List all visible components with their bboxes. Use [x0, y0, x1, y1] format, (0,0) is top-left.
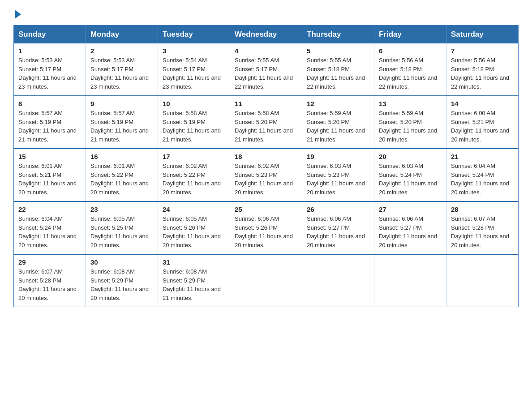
day-number: 6 — [379, 47, 442, 55]
day-info: Sunrise: 6:06 AMSunset: 5:26 PMDaylight:… — [235, 214, 297, 249]
calendar-cell: 20Sunrise: 6:03 AMSunset: 5:24 PMDayligh… — [374, 149, 446, 201]
calendar-week-row: 1Sunrise: 5:53 AMSunset: 5:17 PMDaylight… — [14, 43, 519, 96]
day-info: Sunrise: 5:55 AMSunset: 5:18 PMDaylight:… — [307, 56, 369, 91]
logo — [13, 9, 21, 17]
day-number: 11 — [235, 100, 297, 107]
day-number: 27 — [379, 206, 442, 213]
calendar-cell — [446, 254, 519, 307]
calendar-cell — [230, 254, 302, 307]
calendar-cell: 13Sunrise: 5:59 AMSunset: 5:20 PMDayligh… — [374, 96, 446, 149]
calendar-cell: 8Sunrise: 5:57 AMSunset: 5:19 PMDaylight… — [14, 96, 86, 149]
calendar-cell: 2Sunrise: 5:53 AMSunset: 5:17 PMDaylight… — [86, 43, 158, 96]
day-number: 4 — [235, 47, 297, 55]
day-info: Sunrise: 5:58 AMSunset: 5:19 PMDaylight:… — [163, 109, 225, 144]
day-number: 17 — [163, 153, 225, 160]
day-number: 25 — [235, 206, 297, 213]
calendar-cell: 17Sunrise: 6:02 AMSunset: 5:22 PMDayligh… — [158, 149, 230, 201]
calendar-cell: 26Sunrise: 6:06 AMSunset: 5:27 PMDayligh… — [302, 201, 374, 254]
calendar-cell: 24Sunrise: 6:05 AMSunset: 5:26 PMDayligh… — [158, 201, 230, 254]
day-info: Sunrise: 6:05 AMSunset: 5:26 PMDaylight:… — [163, 214, 225, 249]
weekday-header-row: SundayMondayTuesdayWednesdayThursdayFrid… — [14, 26, 519, 44]
calendar-cell: 29Sunrise: 6:07 AMSunset: 5:28 PMDayligh… — [14, 254, 86, 307]
day-info: Sunrise: 5:53 AMSunset: 5:17 PMDaylight:… — [90, 56, 153, 91]
day-info: Sunrise: 6:01 AMSunset: 5:21 PMDaylight:… — [18, 162, 81, 197]
calendar-table: SundayMondayTuesdayWednesdayThursdayFrid… — [13, 25, 519, 307]
day-info: Sunrise: 5:57 AMSunset: 5:19 PMDaylight:… — [90, 109, 153, 144]
day-info: Sunrise: 6:06 AMSunset: 5:27 PMDaylight:… — [307, 214, 369, 249]
day-number: 28 — [451, 206, 514, 213]
weekday-header-tuesday: Tuesday — [158, 26, 230, 44]
calendar-cell: 22Sunrise: 6:04 AMSunset: 5:24 PMDayligh… — [14, 201, 86, 254]
day-info: Sunrise: 6:07 AMSunset: 5:28 PMDaylight:… — [451, 214, 514, 249]
weekday-header-friday: Friday — [374, 26, 446, 44]
day-number: 31 — [163, 258, 225, 266]
day-number: 12 — [307, 100, 369, 107]
calendar-cell: 9Sunrise: 5:57 AMSunset: 5:19 PMDaylight… — [86, 96, 158, 149]
day-number: 18 — [235, 153, 297, 160]
calendar-cell: 31Sunrise: 6:08 AMSunset: 5:29 PMDayligh… — [158, 254, 230, 307]
logo-arrow-icon — [15, 10, 21, 19]
calendar-cell — [374, 254, 446, 307]
day-number: 19 — [307, 153, 369, 160]
day-number: 20 — [379, 153, 442, 160]
day-number: 22 — [18, 206, 81, 213]
day-info: Sunrise: 5:56 AMSunset: 5:18 PMDaylight:… — [379, 56, 442, 91]
day-number: 3 — [163, 47, 225, 55]
day-number: 10 — [163, 100, 225, 107]
calendar-cell: 12Sunrise: 5:59 AMSunset: 5:20 PMDayligh… — [302, 96, 374, 149]
weekday-header-saturday: Saturday — [446, 26, 519, 44]
day-number: 26 — [307, 206, 369, 213]
day-info: Sunrise: 6:01 AMSunset: 5:22 PMDaylight:… — [90, 162, 153, 197]
calendar-cell: 1Sunrise: 5:53 AMSunset: 5:17 PMDaylight… — [14, 43, 86, 96]
day-info: Sunrise: 6:02 AMSunset: 5:23 PMDaylight:… — [235, 162, 297, 197]
calendar-cell: 3Sunrise: 5:54 AMSunset: 5:17 PMDaylight… — [158, 43, 230, 96]
calendar-cell: 6Sunrise: 5:56 AMSunset: 5:18 PMDaylight… — [374, 43, 446, 96]
calendar-week-row: 8Sunrise: 5:57 AMSunset: 5:19 PMDaylight… — [14, 96, 519, 149]
day-info: Sunrise: 5:53 AMSunset: 5:17 PMDaylight:… — [18, 56, 81, 91]
day-number: 5 — [307, 47, 369, 55]
day-info: Sunrise: 5:56 AMSunset: 5:18 PMDaylight:… — [451, 56, 514, 91]
day-info: Sunrise: 6:04 AMSunset: 5:24 PMDaylight:… — [18, 214, 81, 249]
weekday-header-monday: Monday — [86, 26, 158, 44]
calendar-cell: 4Sunrise: 5:55 AMSunset: 5:17 PMDaylight… — [230, 43, 302, 96]
day-number: 9 — [90, 100, 153, 107]
weekday-header-thursday: Thursday — [302, 26, 374, 44]
day-info: Sunrise: 6:08 AMSunset: 5:29 PMDaylight:… — [163, 267, 225, 302]
calendar-week-row: 22Sunrise: 6:04 AMSunset: 5:24 PMDayligh… — [14, 201, 519, 254]
day-info: Sunrise: 5:55 AMSunset: 5:17 PMDaylight:… — [235, 56, 297, 91]
day-info: Sunrise: 5:57 AMSunset: 5:19 PMDaylight:… — [18, 109, 81, 144]
day-number: 8 — [18, 100, 81, 107]
day-number: 2 — [90, 47, 153, 55]
day-info: Sunrise: 6:02 AMSunset: 5:22 PMDaylight:… — [163, 162, 225, 197]
calendar-cell: 30Sunrise: 6:08 AMSunset: 5:29 PMDayligh… — [86, 254, 158, 307]
day-number: 13 — [379, 100, 442, 107]
day-info: Sunrise: 6:05 AMSunset: 5:25 PMDaylight:… — [90, 214, 153, 249]
weekday-header-wednesday: Wednesday — [230, 26, 302, 44]
calendar-week-row: 15Sunrise: 6:01 AMSunset: 5:21 PMDayligh… — [14, 149, 519, 201]
calendar-cell: 28Sunrise: 6:07 AMSunset: 5:28 PMDayligh… — [446, 201, 519, 254]
day-number: 16 — [90, 153, 153, 160]
calendar-cell: 11Sunrise: 5:58 AMSunset: 5:20 PMDayligh… — [230, 96, 302, 149]
day-number: 30 — [90, 258, 153, 266]
day-info: Sunrise: 5:59 AMSunset: 5:20 PMDaylight:… — [379, 109, 442, 144]
calendar-cell: 23Sunrise: 6:05 AMSunset: 5:25 PMDayligh… — [86, 201, 158, 254]
calendar-cell: 21Sunrise: 6:04 AMSunset: 5:24 PMDayligh… — [446, 149, 519, 201]
day-info: Sunrise: 5:54 AMSunset: 5:17 PMDaylight:… — [163, 56, 225, 91]
calendar-cell: 18Sunrise: 6:02 AMSunset: 5:23 PMDayligh… — [230, 149, 302, 201]
day-info: Sunrise: 6:07 AMSunset: 5:28 PMDaylight:… — [18, 267, 81, 302]
calendar-cell: 27Sunrise: 6:06 AMSunset: 5:27 PMDayligh… — [374, 201, 446, 254]
weekday-header-sunday: Sunday — [14, 26, 86, 44]
day-info: Sunrise: 5:58 AMSunset: 5:20 PMDaylight:… — [235, 109, 297, 144]
day-number: 15 — [18, 153, 81, 160]
calendar-cell: 10Sunrise: 5:58 AMSunset: 5:19 PMDayligh… — [158, 96, 230, 149]
calendar-cell: 5Sunrise: 5:55 AMSunset: 5:18 PMDaylight… — [302, 43, 374, 96]
calendar-cell — [302, 254, 374, 307]
calendar-cell: 16Sunrise: 6:01 AMSunset: 5:22 PMDayligh… — [86, 149, 158, 201]
calendar-cell: 7Sunrise: 5:56 AMSunset: 5:18 PMDaylight… — [446, 43, 519, 96]
day-number: 23 — [90, 206, 153, 213]
day-info: Sunrise: 6:03 AMSunset: 5:24 PMDaylight:… — [379, 162, 442, 197]
day-number: 29 — [18, 258, 81, 266]
day-info: Sunrise: 6:06 AMSunset: 5:27 PMDaylight:… — [379, 214, 442, 249]
calendar-cell: 14Sunrise: 6:00 AMSunset: 5:21 PMDayligh… — [446, 96, 519, 149]
day-number: 1 — [18, 47, 81, 55]
